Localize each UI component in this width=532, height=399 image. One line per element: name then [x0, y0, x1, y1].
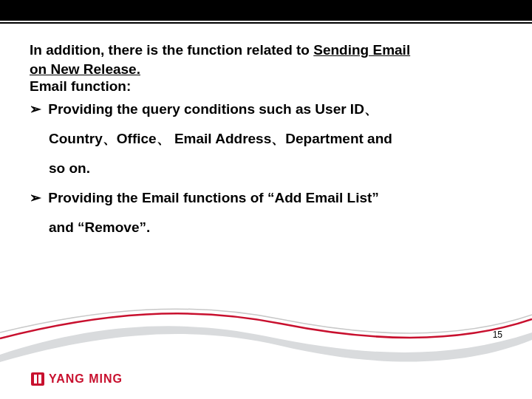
page-number: 15 — [493, 330, 502, 340]
brand-logo-text: YANG MING — [49, 372, 123, 386]
content-area: In addition, there is the function relat… — [30, 41, 502, 242]
bullet-item-1: ➢ Providing the query conditions such as… — [30, 95, 502, 183]
bullet-marker-icon: ➢ — [30, 183, 41, 213]
bullet-1-line-3: so on. — [30, 154, 502, 183]
intro-paragraph: In addition, there is the function relat… — [30, 41, 502, 78]
intro-underlined-part1: Sending Email — [313, 42, 410, 58]
swoosh-accent-line — [0, 303, 532, 347]
intro-underlined-part2: on New Release. — [30, 61, 140, 77]
brand-logo: YANG MING — [31, 372, 123, 386]
brand-logo-icon — [31, 372, 44, 386]
intro-prefix: In addition, there is the function relat… — [30, 42, 313, 58]
bullet-2-line-2: and “Remove”. — [30, 213, 502, 242]
bullet-1-line-2: Country、Office、 Email Address、Department… — [30, 124, 502, 154]
bullet-2-line-1: Providing the Email functions of “Add Em… — [48, 190, 379, 205]
slide: In addition, there is the function relat… — [0, 0, 532, 399]
top-divider-line — [0, 22, 532, 24]
swoosh-background — [0, 310, 532, 399]
bullet-1-line-1: Providing the query conditions such as U… — [48, 101, 378, 117]
bullet-item-2: ➢ Providing the Email functions of “Add … — [30, 183, 502, 242]
bullet-marker-icon: ➢ — [30, 95, 41, 124]
section-title: Email function: — [30, 78, 502, 95]
top-black-bar — [0, 0, 532, 21]
